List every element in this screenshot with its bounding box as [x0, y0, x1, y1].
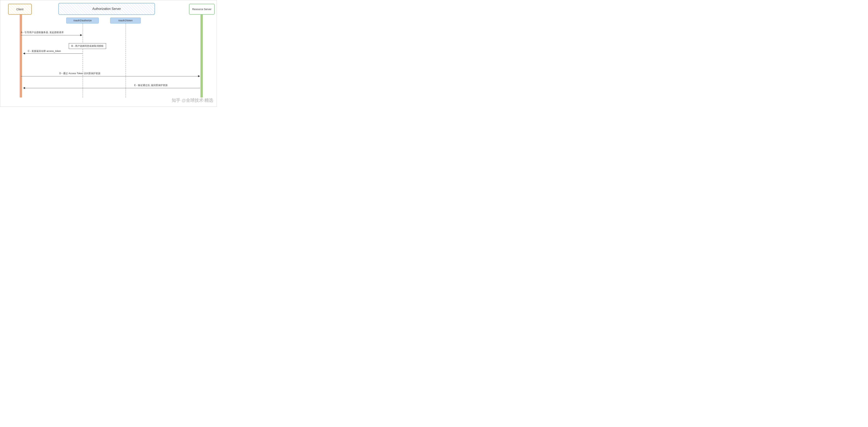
message-a-label: A - 引导用户去授权服务器, 发起授权请求 — [21, 31, 64, 34]
token-endpoint-box: /oauth2/token — [110, 18, 141, 24]
authorize-endpoint-label: /oauth2/authorize — [73, 19, 92, 22]
resource-server-label: Resource Server — [192, 8, 212, 11]
diagram-container: Client Authorization Server Resource Ser… — [0, 0, 217, 107]
message-b-box: B - 用户选择同意或者取消授权 — [69, 43, 106, 49]
client-label: Client — [17, 8, 24, 11]
message-b-label: B - 用户选择同意或者取消授权 — [71, 45, 103, 47]
message-a-line — [21, 35, 82, 35]
message-e-line — [23, 88, 200, 88]
message-e-label: E - 验证通过后, 返回受保护资源 — [134, 84, 167, 87]
auth-server-label: Authorization Server — [92, 7, 121, 11]
message-c-label: C - 直接返回令牌 access_token — [28, 50, 61, 53]
resource-server-actor: Resource Server — [189, 4, 215, 15]
auth-server-actor: Authorization Server — [58, 3, 155, 15]
client-actor: Client — [8, 4, 32, 15]
token-endpoint-label: /oauth2/token — [118, 19, 133, 22]
client-lifeline — [20, 15, 22, 97]
resource-lifeline — [200, 15, 203, 97]
authorize-endpoint-box: /oauth2/authorize — [66, 18, 99, 24]
message-d-label: D - 通过 Access Token 访问受保护资源 — [59, 72, 100, 75]
token-dashed-lifeline — [126, 24, 126, 97]
authorize-dashed-lifeline — [83, 24, 83, 97]
watermark: 知乎 @全球技术·精选 — [172, 97, 213, 104]
